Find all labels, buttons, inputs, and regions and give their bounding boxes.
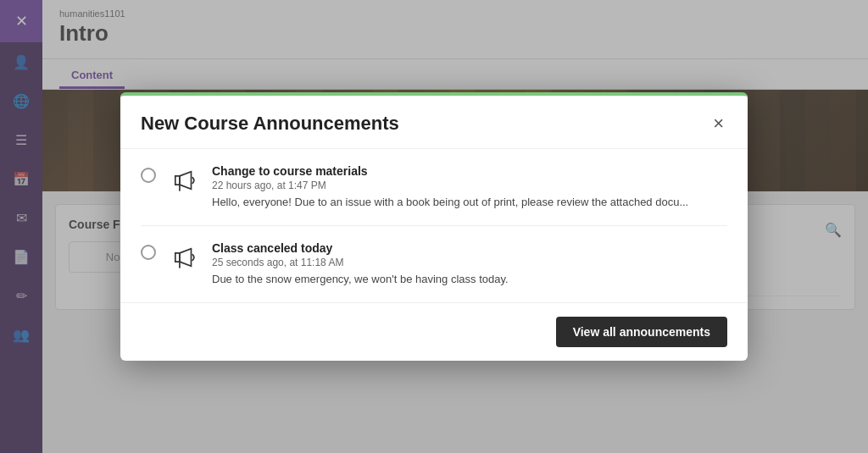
ann-radio-1[interactable] [141,168,156,183]
modal-title: New Course Announcements [141,113,399,135]
announcement-item: Class canceled today 25 seconds ago, at … [141,226,727,302]
announcements-modal: New Course Announcements × Change to cou… [120,92,748,361]
modal-header: New Course Announcements × [120,96,748,149]
ann-time-2: 25 seconds ago, at 11:18 AM [212,257,727,268]
modal-footer: View all announcements [120,302,748,361]
ann-title-2: Class canceled today [212,241,727,255]
ann-megaphone-icon-1 [168,164,200,196]
modal-body: Change to course materials 22 hours ago,… [120,149,748,302]
ann-radio-2[interactable] [141,245,156,260]
modal-close-button[interactable]: × [709,114,727,133]
view-all-announcements-button[interactable]: View all announcements [556,317,727,347]
modal-overlay: New Course Announcements × Change to cou… [0,0,868,453]
announcement-item: Change to course materials 22 hours ago,… [141,149,727,226]
ann-body-2: Due to the snow emergency, we won't be h… [212,272,727,287]
ann-time-1: 22 hours ago, at 1:47 PM [212,180,727,191]
ann-megaphone-icon-2 [168,241,200,273]
ann-content-1: Change to course materials 22 hours ago,… [212,164,727,210]
ann-body-1: Hello, everyone! Due to an issue with a … [212,195,727,210]
ann-content-2: Class canceled today 25 seconds ago, at … [212,241,727,287]
ann-title-1: Change to course materials [212,164,727,178]
